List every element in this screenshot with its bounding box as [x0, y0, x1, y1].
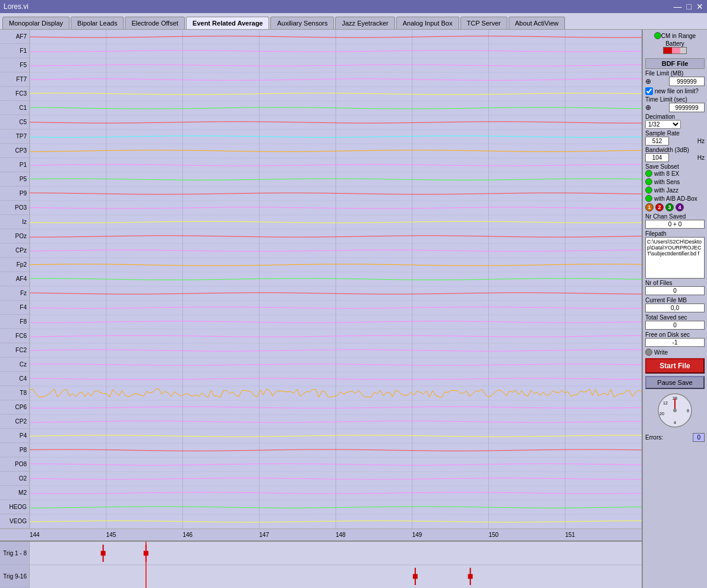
decimation-select[interactable]: 1/321/161/8 [645, 120, 681, 129]
channel-label-po8: PO8 [0, 457, 29, 472]
time-tick-146: 146 [183, 532, 193, 538]
new-file-row: new file on limit? [645, 87, 705, 95]
waveform-svg [30, 30, 642, 529]
pause-save-button[interactable]: Pause Save [645, 376, 705, 389]
channel-label-c1: C1 [0, 101, 29, 115]
with-sens-row: with Sens [645, 178, 705, 185]
time-axis: 144145146147148149150151152 [0, 529, 642, 540]
free-disk-value: -1 [645, 338, 705, 347]
channel-label-fc2: FC2 [0, 343, 29, 358]
badge-1: 1 [645, 203, 654, 211]
tab-about-actiview[interactable]: About ActiView [509, 17, 565, 29]
tab-tcp-server[interactable]: TCP Server [460, 17, 507, 29]
battery-bar [663, 47, 687, 54]
channel-label-p4: P4 [0, 429, 29, 443]
time-limit-input[interactable] [669, 103, 705, 112]
channel-label-poz: POz [0, 229, 29, 244]
tab-jazz-eyetracker[interactable]: Jazz Eyetracker [335, 17, 394, 29]
channel-label-iz: Iz [0, 215, 29, 229]
tab-monopolar-display[interactable]: Monopolar Display [2, 17, 70, 29]
write-led [645, 349, 652, 356]
battery-seg1 [664, 48, 672, 53]
file-limit-spin-icon[interactable]: ⊕ [645, 77, 651, 86]
filepath-label: Filepath [645, 230, 705, 237]
svg-rect-53 [468, 574, 473, 579]
eeg-panel: AF7F1F5FT7FC3C1C5TP7CP3P1P5P9PO3IzPOzCPz… [0, 30, 642, 588]
nr-chan-saved-value: 0 + 0 [645, 220, 705, 229]
sample-rate-label: Sample Rate [645, 130, 705, 137]
time-tick-144: 144 [30, 532, 40, 538]
svg-text:12: 12 [663, 401, 668, 405]
trigger-panel: Trig 1 - 8Trig 9-16 [0, 540, 642, 588]
svg-rect-47 [101, 551, 106, 556]
channel-label-af7: AF7 [0, 30, 29, 44]
time-tick-150: 150 [489, 532, 499, 538]
tab-auxiliary-sensors[interactable]: Auxiliary Sensors [270, 17, 334, 29]
channel-label-tp7: TP7 [0, 129, 29, 144]
channel-label-cp3: CP3 [0, 144, 29, 158]
close-button[interactable]: ✕ [696, 2, 703, 11]
start-file-button[interactable]: Start File [645, 358, 705, 374]
window-controls[interactable]: — □ ✕ [674, 2, 703, 11]
channel-label-po3: PO3 [0, 201, 29, 215]
adbox-badges: 1 2 3 4 [645, 203, 705, 211]
tab-bipolar-leads[interactable]: Bipolar Leads [71, 17, 124, 29]
channel-label-af4: AF4 [0, 272, 29, 286]
with-sens-label: with Sens [654, 179, 680, 185]
file-limit-input[interactable] [669, 77, 705, 86]
errors-row: Errors: 0 [645, 433, 705, 442]
with-8ex-row: with 8 EX [645, 170, 705, 177]
errors-value: 0 [693, 433, 705, 442]
eeg-chart: AF7F1F5FT7FC3C1C5TP7CP3P1P5P9PO3IzPOzCPz… [0, 30, 642, 529]
time-limit-label: Time Limit (sec) [645, 96, 705, 103]
trigger-labels: Trig 1 - 8Trig 9-16 [0, 542, 30, 588]
channel-label-fc3: FC3 [0, 87, 29, 101]
file-limit-label: File Limit (MB) [645, 70, 705, 77]
total-saved-value: 0 [645, 321, 705, 330]
sample-rate-value: 512 [645, 137, 669, 146]
tab-electrode-offset[interactable]: Electrode Offset [125, 17, 185, 29]
with-aib-label: with AIB AD-Box [654, 195, 697, 202]
bandwidth-row: 104 Hz [645, 153, 705, 162]
new-file-checkbox[interactable] [645, 87, 653, 95]
decimation-row: 1/321/161/8 [645, 120, 705, 129]
cm-battery-section: CM in Range Battery [645, 32, 705, 54]
tab-event-related-average[interactable]: Event Related Average [186, 17, 269, 29]
battery-seg2 [672, 48, 680, 53]
decimation-label: Decimation [645, 113, 705, 120]
trigger-content [30, 542, 642, 588]
time-tick-149: 149 [412, 532, 422, 538]
tab-analog-input-box[interactable]: Analog Input Box [396, 17, 459, 29]
app-title: Lores.vi [4, 2, 29, 11]
channel-label-fz: Fz [0, 286, 29, 301]
time-limit-spin-icon[interactable]: ⊕ [645, 103, 651, 112]
battery-seg3 [680, 48, 686, 53]
save-subset-label: Save Subset [645, 163, 705, 170]
nr-files-value: 0 [645, 286, 705, 295]
svg-text:4: 4 [674, 421, 676, 425]
write-row: Write [645, 349, 705, 356]
bandwidth-label: Bandwidth (3dB) [645, 147, 705, 153]
channel-label-ft7: FT7 [0, 72, 29, 87]
svg-rect-51 [413, 574, 418, 579]
channel-label-veog: VEOG [0, 514, 29, 529]
channel-labels: AF7F1F5FT7FC3C1C5TP7CP3P1P5P9PO3IzPOzCPz… [0, 30, 30, 529]
svg-text:20: 20 [659, 412, 664, 416]
with-sens-led [645, 178, 652, 185]
right-panel: CM in Range Battery BDF File File Limit … [642, 30, 707, 588]
channel-label-p8: P8 [0, 443, 29, 457]
errors-label: Errors: [645, 434, 663, 441]
minimize-button[interactable]: — [674, 2, 682, 11]
bdf-file-title: BDF File [645, 58, 705, 69]
filepath-text: C:\Users\S2CH\Desktop\Data\YOURPROJECT\s… [647, 239, 702, 257]
bandwidth-value: 104 [645, 153, 669, 162]
maximize-button[interactable]: □ [687, 2, 692, 11]
nr-chan-saved-label: Nr Chan Saved [645, 213, 705, 220]
trigger-label-0: Trig 1 - 8 [0, 542, 29, 565]
bandwidth-unit: Hz [697, 154, 705, 161]
svg-point-62 [673, 409, 677, 412]
channels-container: AF7F1F5FT7FC3C1C5TP7CP3P1P5P9PO3IzPOzCPz… [0, 30, 642, 529]
trigger-svg [30, 542, 642, 588]
with-jazz-row: with Jazz [645, 186, 705, 194]
channel-label-cpz: CPz [0, 244, 29, 258]
